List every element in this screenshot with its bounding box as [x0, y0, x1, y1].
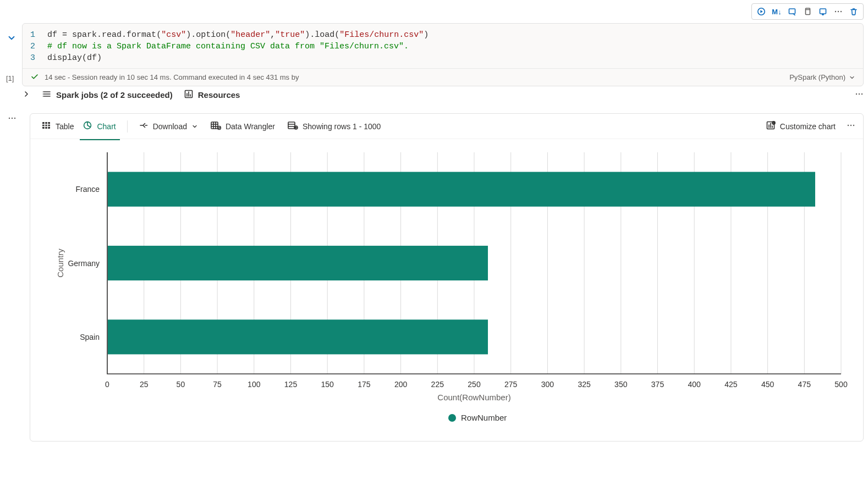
success-check-icon: [30, 72, 39, 82]
chart-container: 0255075100125150175200225250275300325350…: [41, 147, 852, 434]
svg-text:325: 325: [578, 380, 591, 389]
execution-index: [1]: [6, 74, 14, 82]
svg-point-8: [42, 94, 43, 95]
svg-point-27: [853, 125, 854, 126]
svg-rect-72: [108, 246, 488, 280]
svg-point-13: [861, 93, 862, 95]
active-tab-underline: [80, 139, 119, 140]
line-number: 1: [30, 29, 35, 41]
customize-chart-label: Customize chart: [780, 122, 836, 131]
svg-text:150: 150: [321, 380, 334, 389]
freeze-cell-icon[interactable]: [785, 5, 799, 18]
svg-text:425: 425: [724, 380, 738, 389]
cell-toolbar: M↓: [751, 3, 864, 20]
svg-text:225: 225: [431, 380, 444, 389]
svg-text:500: 500: [834, 380, 848, 389]
svg-point-16: [14, 118, 15, 119]
svg-rect-1: [789, 9, 795, 14]
convert-markdown-button[interactable]: M↓: [770, 5, 784, 18]
svg-text:Count(RowNumber): Count(RowNumber): [437, 393, 510, 402]
svg-text:25: 25: [140, 380, 149, 389]
bar-chart: 0255075100125150175200225250275300325350…: [41, 147, 852, 434]
line-number: 3: [30, 52, 35, 64]
svg-point-11: [856, 93, 857, 95]
spark-jobs-label: Spark jobs (2 of 2 succeeded): [56, 90, 173, 100]
rows-icon: [287, 120, 298, 132]
table-icon: [41, 120, 51, 132]
svg-rect-19: [211, 122, 218, 129]
data-wrangler-icon: [210, 120, 221, 132]
view-chart-label: Chart: [97, 122, 116, 131]
svg-point-12: [859, 93, 860, 95]
run-cell-icon[interactable]: [754, 5, 768, 18]
chart-icon: [83, 120, 92, 132]
chevron-down-icon: [191, 123, 198, 130]
svg-text:275: 275: [504, 380, 518, 389]
svg-point-4: [835, 11, 836, 12]
language-picker[interactable]: PySpark (Python): [789, 73, 855, 81]
svg-text:100: 100: [248, 380, 261, 389]
add-cell-below-icon[interactable]: [816, 5, 830, 18]
svg-text:Spain: Spain: [80, 333, 100, 341]
svg-rect-17: [42, 122, 50, 129]
more-cell-actions-icon[interactable]: [831, 5, 845, 18]
resources-section[interactable]: Resources: [184, 89, 240, 101]
svg-text:RowNumber: RowNumber: [461, 413, 507, 422]
svg-text:400: 400: [688, 380, 701, 389]
expand-spark-jobs-icon[interactable]: [22, 90, 31, 100]
svg-point-14: [9, 118, 10, 119]
svg-text:350: 350: [614, 380, 628, 389]
svg-rect-74: [108, 319, 488, 354]
collapse-cell-chevron-icon[interactable]: [7, 33, 17, 45]
data-wrangler-label: Data Wrangler: [226, 122, 275, 131]
delete-cell-icon[interactable]: [847, 5, 861, 18]
view-table-tab[interactable]: Table: [38, 118, 77, 134]
download-label: Download: [153, 122, 187, 131]
output-panel: Table Chart Download Data Wrangler: [30, 113, 864, 442]
svg-point-26: [850, 125, 851, 126]
customize-chart-button[interactable]: Customize chart: [762, 118, 839, 134]
data-wrangler-button[interactable]: Data Wrangler: [207, 118, 278, 134]
svg-rect-2: [806, 10, 810, 15]
resources-icon: [184, 89, 194, 101]
view-chart-tab[interactable]: Chart: [79, 118, 119, 134]
svg-text:125: 125: [284, 380, 298, 389]
svg-text:200: 200: [394, 380, 408, 389]
rows-label: Showing rows 1 - 1000: [303, 122, 381, 131]
svg-text:450: 450: [761, 380, 774, 389]
line-gutter: 1 2 3: [30, 29, 47, 64]
svg-text:Country: Country: [56, 249, 65, 278]
customize-chart-icon: [766, 120, 776, 132]
svg-point-6: [840, 11, 842, 12]
svg-text:0: 0: [105, 380, 109, 389]
cell-output-more-icon[interactable]: [8, 114, 17, 124]
svg-point-9: [42, 96, 43, 97]
svg-text:475: 475: [798, 380, 811, 389]
svg-point-7: [42, 92, 43, 92]
chart-more-icon[interactable]: [847, 121, 855, 131]
execution-status-text: 14 sec - Session ready in 10 sec 14 ms. …: [45, 73, 299, 81]
code-editor[interactable]: 1 2 3 df = spark.read.format("csv").opti…: [23, 24, 863, 68]
output-sections: Spark jobs (2 of 2 succeeded) Resources: [22, 89, 864, 101]
toolbar-divider: [127, 120, 128, 133]
download-button[interactable]: Download: [135, 118, 201, 134]
row-count-display: Showing rows 1 - 1000: [284, 118, 384, 134]
execution-status-bar: 14 sec - Session ready in 10 sec 14 ms. …: [23, 68, 863, 86]
svg-text:375: 375: [651, 380, 664, 389]
svg-rect-21: [288, 122, 295, 129]
language-label: PySpark (Python): [789, 73, 845, 81]
code-cell: 1 2 3 df = spark.read.format("csv").opti…: [22, 23, 864, 86]
svg-text:250: 250: [468, 380, 481, 389]
view-table-label: Table: [56, 122, 74, 131]
copy-cell-icon[interactable]: [800, 5, 815, 18]
svg-text:300: 300: [541, 380, 554, 389]
spark-jobs-section[interactable]: Spark jobs (2 of 2 succeeded): [42, 89, 173, 101]
svg-point-5: [838, 11, 839, 12]
svg-rect-3: [820, 9, 826, 14]
svg-point-15: [12, 118, 13, 119]
svg-text:75: 75: [213, 380, 222, 389]
download-icon: [139, 120, 149, 132]
code-lines: df = spark.read.format("csv").option("he…: [47, 29, 428, 64]
output-more-icon[interactable]: [855, 90, 864, 100]
spark-jobs-icon: [42, 89, 52, 101]
